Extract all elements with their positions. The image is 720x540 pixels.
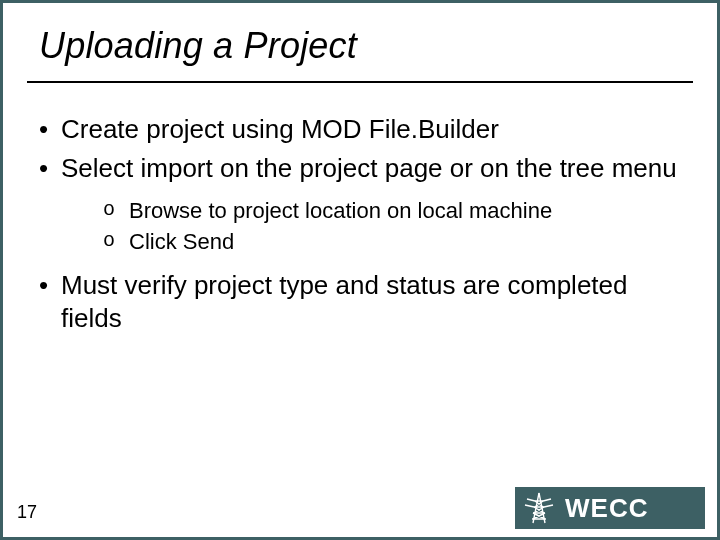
sub-bullet-text: Click Send [129,229,234,254]
slide-footer: 17 WECC [3,491,717,537]
bullet-text: Create project using MOD File.Builder [61,114,499,144]
list-item: Click Send [61,227,687,257]
list-item: Browse to project location on local mach… [61,196,687,226]
logo-text: WECC [565,493,648,524]
tower-icon [521,491,557,525]
slide-content: Create project using MOD File.Builder Se… [33,113,687,341]
bullet-text: Select import on the project page or on … [61,153,677,183]
list-item: Select import on the project page or on … [33,152,687,257]
bullet-list: Create project using MOD File.Builder Se… [33,113,687,335]
sub-bullet-text: Browse to project location on local mach… [129,198,552,223]
bullet-text: Must verify project type and status are … [61,270,628,333]
list-item: Must verify project type and status are … [33,269,687,336]
page-number: 17 [17,502,37,523]
slide-title: Uploading a Project [39,25,357,67]
title-underline [27,81,693,83]
sub-list: Browse to project location on local mach… [61,196,687,257]
list-item: Create project using MOD File.Builder [33,113,687,146]
wecc-logo: WECC [515,487,705,529]
slide: Uploading a Project Create project using… [0,0,720,540]
